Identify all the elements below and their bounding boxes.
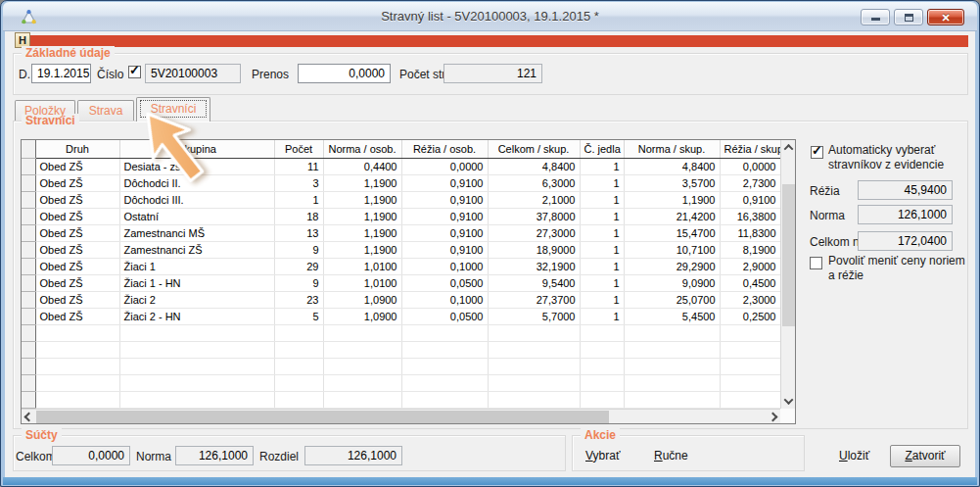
scroll-left-button[interactable] bbox=[22, 410, 36, 424]
header-cell[interactable]: Celkom / skup. bbox=[488, 140, 580, 158]
header-cell[interactable]: Druh bbox=[35, 140, 119, 158]
cell[interactable]: 9 bbox=[274, 274, 323, 291]
cell[interactable]: Obed ZŠ bbox=[35, 224, 119, 241]
cell[interactable]: 8,1900 bbox=[720, 241, 780, 258]
sucty-norma-field[interactable]: 126,1000 bbox=[175, 446, 254, 465]
zatvorit-button[interactable]: Zatvoriť bbox=[890, 445, 960, 467]
cislo-input[interactable]: 5V20100003 bbox=[145, 64, 241, 83]
sucty-rozdiel-field[interactable]: 126,1000 bbox=[304, 446, 402, 465]
cell[interactable]: Obed ZŠ bbox=[35, 308, 119, 324]
cell[interactable]: 0,4400 bbox=[323, 158, 401, 174]
row-selector[interactable] bbox=[22, 291, 35, 308]
table-row[interactable]: Obed ZŠDesiata - zš110,44000,00004,84001… bbox=[22, 158, 780, 174]
cell[interactable]: 1,1900 bbox=[323, 208, 401, 224]
cell[interactable]: 1 bbox=[580, 174, 624, 191]
cell[interactable]: 2,1000 bbox=[488, 191, 580, 208]
cell[interactable]: 32,1900 bbox=[488, 258, 580, 274]
cell[interactable]: 0,0000 bbox=[401, 158, 488, 174]
cell[interactable]: 1 bbox=[580, 274, 624, 291]
povolit-checkbox[interactable] bbox=[810, 257, 822, 269]
cell[interactable]: Obed ZŠ bbox=[35, 158, 119, 174]
cell[interactable]: 1 bbox=[580, 241, 624, 258]
cell[interactable]: 9,5400 bbox=[488, 274, 580, 291]
header-cell[interactable]: Réžia / skup. bbox=[720, 140, 780, 158]
cell[interactable]: 0,9100 bbox=[720, 191, 780, 208]
cell[interactable]: 0,4500 bbox=[720, 274, 780, 291]
close-button[interactable]: ✕ bbox=[927, 9, 964, 25]
rucne-link[interactable]: Ručne bbox=[654, 449, 688, 463]
row-selector[interactable] bbox=[22, 208, 35, 224]
auto-vyberat-checkbox[interactable]: ✓ bbox=[811, 146, 823, 159]
cell[interactable]: Obed ZŠ bbox=[35, 208, 119, 224]
table-row[interactable]: Obed ZŠOstatní181,19000,910037,8000121,4… bbox=[22, 208, 780, 224]
table-row[interactable]: Obed ZŠDôchodci II.31,19000,91006,300013… bbox=[22, 174, 780, 191]
cell[interactable]: 1,0900 bbox=[323, 308, 401, 324]
cell[interactable]: 1 bbox=[580, 158, 624, 174]
cell[interactable]: 0,0500 bbox=[401, 274, 488, 291]
scroll-right-button[interactable] bbox=[766, 410, 780, 424]
cell[interactable]: 1 bbox=[580, 308, 624, 324]
restore-button[interactable] bbox=[894, 9, 923, 25]
celkom-n-field[interactable]: 172,0400 bbox=[858, 231, 953, 251]
cell[interactable]: 29,2900 bbox=[624, 258, 720, 274]
table-row[interactable]: Obed ZŠDôchodci III.11,19000,91002,10001… bbox=[22, 191, 780, 208]
cell[interactable]: 6,3000 bbox=[488, 174, 580, 191]
cell[interactable]: 1,0100 bbox=[323, 258, 401, 274]
table-row[interactable]: Obed ZŠŽiaci 1291,01000,100032,1900129,2… bbox=[22, 258, 780, 274]
row-selector[interactable] bbox=[22, 224, 35, 241]
scroll-down-button[interactable] bbox=[781, 394, 796, 409]
tab-stravnici[interactable]: Stravníci bbox=[136, 97, 210, 122]
norma-field[interactable]: 126,1000 bbox=[858, 205, 953, 224]
cell[interactable]: 1 bbox=[580, 258, 624, 274]
ulozit-button[interactable]: Uložiť bbox=[839, 449, 869, 463]
cell[interactable]: 3 bbox=[274, 174, 323, 191]
cell[interactable]: Desiata - zš bbox=[119, 158, 274, 174]
cell[interactable]: 11 bbox=[274, 158, 323, 174]
cell[interactable]: 0,0000 bbox=[720, 158, 780, 174]
row-selector[interactable] bbox=[22, 308, 35, 324]
sucty-celkom-field[interactable]: 0,0000 bbox=[52, 446, 130, 465]
vertical-scrollbar[interactable] bbox=[780, 140, 795, 409]
vybrat-link[interactable]: Vybrať bbox=[585, 449, 620, 463]
table-row[interactable]: Obed ZŠŽiaci 1 - HN91,01000,05009,540019… bbox=[22, 274, 780, 291]
header-cell[interactable]: Réžia / osob. bbox=[401, 140, 488, 158]
cell[interactable]: 25,0700 bbox=[624, 291, 720, 308]
scroll-up-button[interactable] bbox=[781, 140, 796, 155]
cell[interactable]: Obed ZŠ bbox=[35, 241, 119, 258]
cell[interactable]: 23 bbox=[274, 291, 323, 308]
horizontal-scrollbar[interactable] bbox=[22, 409, 780, 423]
cell[interactable]: 0,9100 bbox=[401, 191, 488, 208]
cell[interactable]: 13 bbox=[274, 224, 323, 241]
cell[interactable]: 1,1900 bbox=[624, 191, 720, 208]
cell[interactable]: Obed ZŠ bbox=[35, 258, 119, 274]
table-row[interactable]: Obed ZŠZamestnanci ZŠ91,19000,910018,900… bbox=[22, 241, 780, 258]
cell[interactable]: 0,9100 bbox=[401, 224, 488, 241]
cell[interactable]: 1,1900 bbox=[323, 224, 401, 241]
cell[interactable]: 1,1900 bbox=[323, 241, 401, 258]
cell[interactable]: 5,4500 bbox=[624, 308, 720, 324]
cell[interactable]: 16,3800 bbox=[720, 208, 780, 224]
cell[interactable]: 5 bbox=[274, 308, 323, 324]
cell[interactable]: 0,0500 bbox=[401, 308, 488, 324]
cell[interactable]: 10,7100 bbox=[624, 241, 720, 258]
date-input[interactable]: 19.1.2015 bbox=[31, 64, 91, 83]
cell[interactable]: 1 bbox=[580, 291, 624, 308]
cell[interactable]: 37,8000 bbox=[488, 208, 580, 224]
cell[interactable]: 2,7300 bbox=[720, 174, 780, 191]
cell[interactable]: 2,3000 bbox=[720, 291, 780, 308]
cell[interactable]: 0,9100 bbox=[401, 241, 488, 258]
cell[interactable]: 1,1900 bbox=[323, 191, 401, 208]
cell[interactable]: Ostatní bbox=[119, 208, 274, 224]
cell[interactable]: 2,9000 bbox=[720, 258, 780, 274]
horizontal-scrollbar-thumb[interactable] bbox=[36, 411, 609, 423]
cell[interactable]: 21,4200 bbox=[624, 208, 720, 224]
cell[interactable]: 4,8400 bbox=[624, 158, 720, 174]
cell[interactable]: 1,0900 bbox=[323, 291, 401, 308]
cell[interactable]: 1 bbox=[580, 191, 624, 208]
row-selector[interactable] bbox=[22, 241, 35, 258]
cell[interactable]: Dôchodci II. bbox=[119, 174, 274, 191]
header-cell[interactable]: Norma / skup. bbox=[624, 140, 720, 158]
cell[interactable]: Obed ZŠ bbox=[35, 291, 119, 308]
cell[interactable]: Dôchodci III. bbox=[119, 191, 274, 208]
cell[interactable]: 5,7000 bbox=[488, 308, 580, 324]
